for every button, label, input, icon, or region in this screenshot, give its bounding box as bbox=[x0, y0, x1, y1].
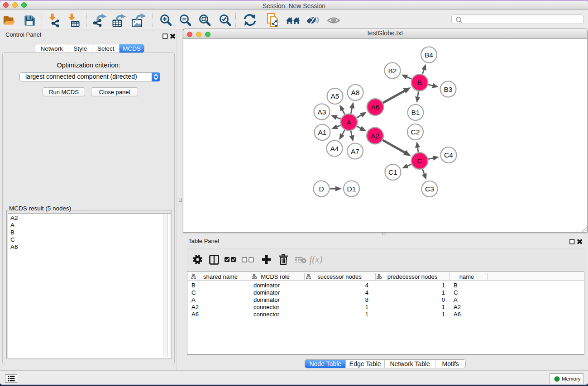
svg-text:f(x): f(x) bbox=[309, 254, 322, 265]
